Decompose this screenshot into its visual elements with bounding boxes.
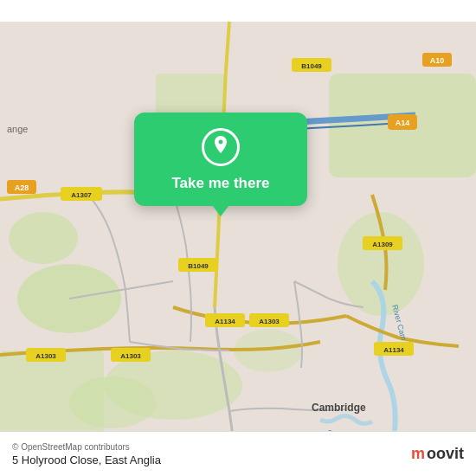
svg-text:ange: ange <box>7 124 28 134</box>
map-container: A14 A14 A1307 B1049 B1049 A1134 A1303 A1… <box>0 0 476 476</box>
svg-text:A1134: A1134 <box>215 318 235 325</box>
moovit-logo-rest: oovit <box>427 445 464 463</box>
svg-text:B1049: B1049 <box>188 262 209 270</box>
bottom-info: © OpenStreetMap contributors 5 Holyrood … <box>12 442 161 466</box>
popup-label: Take me there <box>171 175 269 192</box>
address-text: 5 Holyrood Close, East Anglia <box>12 453 161 466</box>
bottom-bar: © OpenStreetMap contributors 5 Holyrood … <box>0 431 476 476</box>
svg-text:A1307: A1307 <box>71 191 92 199</box>
svg-point-2 <box>9 212 78 264</box>
map-background: A14 A14 A1307 B1049 B1049 A1134 A1303 A1… <box>0 0 476 476</box>
svg-text:A1303: A1303 <box>120 352 141 360</box>
svg-text:A1303: A1303 <box>259 318 280 325</box>
svg-rect-9 <box>156 74 225 117</box>
svg-text:Cambridge: Cambridge <box>312 402 366 414</box>
svg-text:B1049: B1049 <box>301 62 322 70</box>
svg-text:A10: A10 <box>430 56 445 65</box>
svg-text:A14: A14 <box>396 119 410 127</box>
moovit-logo: moovit <box>411 445 464 463</box>
location-pin-icon <box>202 128 240 166</box>
attribution-text: © OpenStreetMap contributors <box>12 442 161 452</box>
svg-text:A1134: A1134 <box>383 346 404 354</box>
svg-text:A28: A28 <box>15 183 29 192</box>
svg-text:A1303: A1303 <box>35 352 56 360</box>
moovit-logo-text: m <box>411 445 425 463</box>
take-me-there-popup[interactable]: Take me there <box>134 113 307 206</box>
svg-text:A1309: A1309 <box>372 241 393 248</box>
